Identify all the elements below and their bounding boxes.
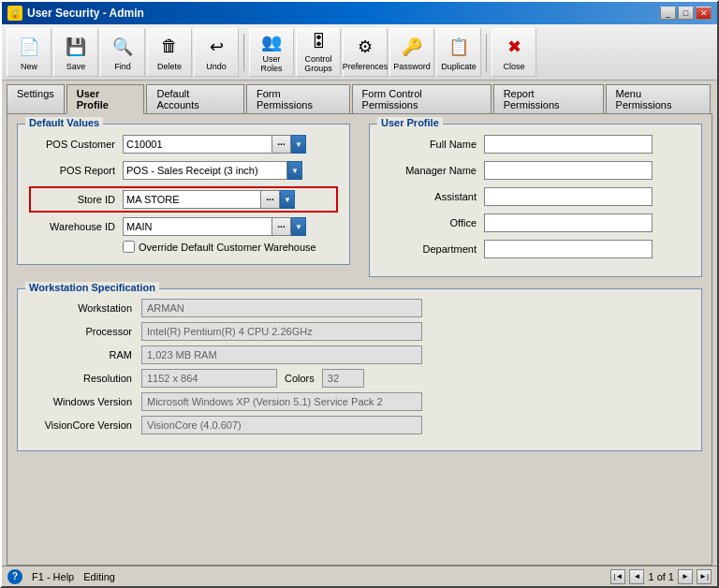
resolution-colors-group: Colors: [141, 369, 364, 388]
close-button[interactable]: ✕: [696, 7, 712, 20]
assistant-input[interactable]: [484, 187, 653, 206]
department-row: Department: [381, 239, 690, 259]
resolution-row: Resolution Colors: [29, 369, 690, 388]
workstation-title: Workstation Specification: [25, 282, 159, 293]
store-id-input-group: ··· ▼: [123, 190, 295, 209]
password-icon: 🔑: [399, 34, 425, 60]
tab-menu-permissions[interactable]: Menu Permissions: [606, 84, 711, 114]
windows-version-label: Windows Version: [29, 396, 141, 407]
find-button[interactable]: 🔍 Find: [100, 28, 145, 77]
office-input[interactable]: [484, 213, 653, 232]
pos-report-label: POS Report: [29, 165, 123, 176]
undo-label: Undo: [206, 62, 227, 71]
warehouse-id-input[interactable]: [123, 217, 272, 236]
assistant-row: Assistant: [381, 186, 690, 207]
store-id-dropdown-button[interactable]: ▼: [280, 190, 295, 209]
pos-customer-row: POS Customer ··· ▼: [29, 134, 338, 154]
nav-first-button[interactable]: |◄: [610, 569, 625, 584]
left-section: Default Values POS Customer ··· ▼: [17, 124, 350, 288]
toolbar-separator-2: [486, 34, 487, 71]
main-window: 🔒 User Security - Admin _ □ ✕ 📄 New 💾 Sa…: [0, 0, 719, 588]
nav-last-button[interactable]: ►|: [697, 569, 712, 584]
find-icon: 🔍: [110, 34, 136, 60]
tab-user-profile[interactable]: User Profile: [66, 84, 145, 114]
office-row: Office: [381, 213, 690, 233]
manager-name-label: Manager Name: [381, 165, 484, 176]
preferences-button[interactable]: ⚙ Preferences: [343, 28, 388, 77]
resolution-value: [141, 369, 277, 388]
duplicate-icon: 📋: [446, 34, 472, 60]
office-label: Office: [381, 217, 484, 228]
help-label: F1 - Help: [32, 571, 74, 582]
password-button[interactable]: 🔑 Password: [389, 28, 434, 77]
store-id-input[interactable]: [123, 190, 261, 209]
user-roles-icon: 👥: [258, 32, 285, 52]
control-groups-button[interactable]: 🎛 Control Groups: [296, 28, 341, 77]
minimize-button[interactable]: _: [660, 7, 676, 20]
tabs-container: Settings User Profile Default Accounts F…: [2, 81, 717, 566]
colors-label: Colors: [285, 373, 315, 384]
window-title: User Security - Admin: [27, 7, 144, 20]
help-icon: ?: [7, 569, 22, 584]
page-info: 1 of 1: [648, 571, 674, 582]
control-groups-label: Control Groups: [300, 54, 337, 73]
nav-next-button[interactable]: ►: [678, 569, 693, 584]
title-bar: 🔒 User Security - Admin _ □ ✕: [2, 2, 717, 24]
warehouse-id-dropdown-button[interactable]: ▼: [291, 217, 306, 236]
default-values-title: Default Values: [25, 117, 103, 128]
delete-button[interactable]: 🗑 Delete: [147, 28, 192, 77]
close-toolbar-button[interactable]: ✖ Close: [492, 28, 536, 77]
pos-report-row: POS Report ▼: [29, 160, 338, 181]
pos-report-dropdown-button[interactable]: ▼: [287, 161, 302, 180]
tab-content: Default Values POS Customer ··· ▼: [7, 113, 712, 566]
ram-value: [141, 345, 422, 364]
save-label: Save: [66, 62, 86, 71]
windows-version-value: [141, 392, 422, 411]
warehouse-id-row: Warehouse ID ··· ▼: [29, 216, 338, 237]
new-button[interactable]: 📄 New: [7, 28, 51, 77]
pos-customer-input-group: ··· ▼: [123, 135, 306, 154]
assistant-label: Assistant: [381, 191, 484, 202]
pos-customer-dropdown-button[interactable]: ▼: [291, 135, 306, 154]
pos-customer-dots-button[interactable]: ···: [272, 135, 291, 154]
ram-row: RAM: [29, 345, 690, 364]
store-id-highlighted-row: Store ID ··· ▼: [29, 186, 338, 213]
toolbar: 📄 New 💾 Save 🔍 Find 🗑 Delete ↩ Undo 👥 Us…: [2, 24, 717, 81]
user-roles-button[interactable]: 👥 User Roles: [249, 28, 294, 77]
store-id-dots-button[interactable]: ···: [261, 190, 280, 209]
tab-settings[interactable]: Settings: [7, 84, 65, 114]
close-toolbar-icon: ✖: [501, 34, 527, 60]
processor-label: Processor: [29, 326, 141, 337]
duplicate-button[interactable]: 📋 Duplicate: [436, 28, 481, 77]
department-input[interactable]: [484, 240, 653, 258]
pos-report-input[interactable]: [123, 161, 287, 180]
workstation-label: Workstation: [29, 302, 141, 314]
status-right: |◄ ◄ 1 of 1 ► ►|: [610, 569, 712, 584]
tabs-row: Settings User Profile Default Accounts F…: [7, 83, 712, 113]
toolbar-separator-1: [243, 34, 244, 71]
window-icon: 🔒: [7, 6, 22, 21]
manager-name-input[interactable]: [484, 161, 653, 180]
new-icon: 📄: [16, 34, 42, 60]
manager-name-row: Manager Name: [381, 160, 690, 181]
override-checkbox[interactable]: [123, 241, 135, 253]
new-label: New: [21, 62, 37, 71]
warehouse-id-dots-button[interactable]: ···: [272, 217, 291, 236]
find-label: Find: [114, 62, 131, 71]
visioncore-label: VisionCore Version: [29, 419, 141, 431]
tab-default-accounts[interactable]: Default Accounts: [146, 84, 244, 114]
tab-form-permissions[interactable]: Form Permissions: [246, 84, 350, 114]
preferences-icon: ⚙: [352, 34, 378, 60]
full-name-input[interactable]: [484, 135, 653, 154]
save-button[interactable]: 💾 Save: [53, 28, 98, 77]
undo-button[interactable]: ↩ Undo: [194, 28, 239, 77]
save-icon: 💾: [63, 34, 89, 60]
workstation-value: [141, 299, 422, 317]
tab-form-control-permissions[interactable]: Form Control Permissions: [352, 84, 492, 114]
nav-prev-button[interactable]: ◄: [629, 569, 644, 584]
visioncore-row: VisionCore Version: [29, 416, 690, 434]
pos-customer-input[interactable]: [123, 135, 272, 154]
maximize-button[interactable]: □: [678, 7, 694, 20]
tab-report-permissions[interactable]: Report Permissions: [493, 84, 604, 114]
ram-label: RAM: [29, 349, 141, 360]
